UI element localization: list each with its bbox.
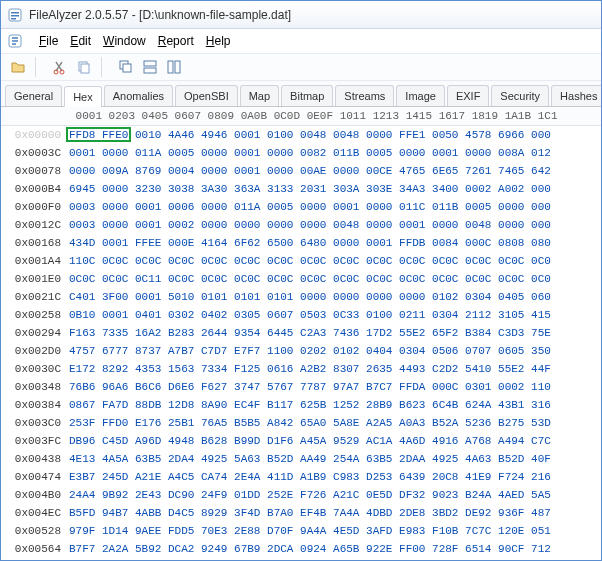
- hex-offset: 0x00258: [1, 306, 69, 324]
- hex-row[interactable]: 0x00474E3B7 245D A21E A4C5 CA74 2E4A 411…: [1, 468, 601, 486]
- hex-offset: 0x00000: [1, 126, 69, 144]
- hex-row[interactable]: 0x001E00C0C 0C0C 0C11 0C0C 0C0C 0C0C 0C0…: [1, 270, 601, 288]
- hex-row[interactable]: 0x000B46945 0000 3230 3038 3A30 363A 313…: [1, 180, 601, 198]
- hex-row[interactable]: 0x00000FFD8 FFE0 0010 4A46 4946 0001 010…: [1, 126, 601, 144]
- hex-offset: 0x00564: [1, 540, 69, 558]
- hex-bytes: E3B7 245D A21E A4C5 CA74 2E4A 411D A1B9 …: [69, 468, 601, 486]
- hex-bytes: 0003 0000 0001 0002 0000 0000 0000 0000 …: [69, 216, 601, 234]
- hex-offset: 0x002D0: [1, 342, 69, 360]
- open-button[interactable]: [7, 56, 29, 78]
- hex-bytes: 4E13 4A5A 63B5 2DA4 4925 5A63 B52D AA49 …: [69, 450, 601, 468]
- hex-bytes: 24A4 9B92 2E43 DC90 24F9 01DD 252E F726 …: [69, 486, 601, 504]
- app-icon: [7, 7, 23, 23]
- hex-bytes: C401 3F00 0001 5010 0101 0101 0101 0000 …: [69, 288, 601, 306]
- hex-row[interactable]: 0x000780000 009A 8769 0004 0000 0001 000…: [1, 162, 601, 180]
- hex-row[interactable]: 0x0030CE172 8292 4353 1563 7334 F125 061…: [1, 360, 601, 378]
- hex-offset: 0x000B4: [1, 180, 69, 198]
- hex-view[interactable]: 0x00000 0001 0203 0405 0607 0809 0A0B 0C…: [1, 107, 601, 560]
- hex-bytes: 434D 0001 FFEE 000E 4164 6F62 6500 6480 …: [69, 234, 601, 252]
- hex-offset: 0x00348: [1, 378, 69, 396]
- menu-item-file[interactable]: File: [33, 32, 64, 50]
- hex-row[interactable]: 0x00564B7F7 2A2A 5B92 DCA2 9249 67B9 2DC…: [1, 540, 601, 558]
- hex-row[interactable]: 0x0012C0003 0000 0001 0002 0000 0000 000…: [1, 216, 601, 234]
- hex-row[interactable]: 0x002D04757 6777 8737 A7B7 C7D7 E7F7 110…: [1, 342, 601, 360]
- hex-offset: 0x00294: [1, 324, 69, 342]
- tab-security[interactable]: Security: [491, 85, 549, 106]
- menu-icon: [7, 33, 23, 49]
- hex-row[interactable]: 0x002580B10 0001 0401 0302 0402 0305 060…: [1, 306, 601, 324]
- hex-header-bytes: 0001 0203 0405 0607 0809 0A0B 0C0D 0E0F …: [69, 107, 601, 125]
- tab-hashes[interactable]: Hashes: [551, 85, 602, 106]
- hex-offset: 0x004EC: [1, 504, 69, 522]
- svg-rect-13: [168, 61, 173, 73]
- hex-offset: 0x00078: [1, 162, 69, 180]
- hex-offset: 0x00438: [1, 450, 69, 468]
- menu-item-edit[interactable]: Edit: [64, 32, 97, 50]
- cascade-windows-button[interactable]: [115, 56, 137, 78]
- hex-offset: 0x0003C: [1, 144, 69, 162]
- svg-rect-14: [175, 61, 180, 73]
- tab-hex[interactable]: Hex: [64, 86, 102, 107]
- hex-bytes: 979F 1D14 9AEE FDD5 70E3 2E88 D70F 9A4A …: [69, 522, 601, 540]
- hex-bytes: 0C0C 0C0C 0C11 0C0C 0C0C 0C0C 0C0C 0C0C …: [69, 270, 601, 288]
- hex-offset: 0x000F0: [1, 198, 69, 216]
- hex-header-row: 0x00000 0001 0203 0405 0607 0809 0A0B 0C…: [1, 107, 601, 126]
- hex-bytes: 253F FFD0 E176 25B1 76A5 B5B5 A842 65A0 …: [69, 414, 601, 432]
- tile-vertical-button[interactable]: [163, 56, 185, 78]
- menu-item-help[interactable]: Help: [200, 32, 237, 50]
- tab-anomalies[interactable]: Anomalies: [104, 85, 173, 106]
- hex-bytes: 0B10 0001 0401 0302 0402 0305 0607 0503 …: [69, 306, 601, 324]
- tab-general[interactable]: General: [5, 85, 62, 106]
- hex-offset: 0x001A4: [1, 252, 69, 270]
- menu-item-window[interactable]: Window: [97, 32, 152, 50]
- hex-offset: 0x0012C: [1, 216, 69, 234]
- hex-row[interactable]: 0x0005A0E6B2 2A7F FFD9 FFE2 0C58 4943 43…: [1, 558, 601, 560]
- tab-streams[interactable]: Streams: [335, 85, 394, 106]
- hex-bytes: 4757 6777 8737 A7B7 C7D7 E7F7 1100 0202 …: [69, 342, 601, 360]
- toolbar-separator: [35, 57, 43, 77]
- hex-row[interactable]: 0x001A4110C 0C0C 0C0C 0C0C 0C0C 0C0C 0C0…: [1, 252, 601, 270]
- cut-button[interactable]: [49, 56, 71, 78]
- hex-row[interactable]: 0x003FCDB96 C45D A96D 4948 B628 B99D D1F…: [1, 432, 601, 450]
- hex-offset: 0x0005A0: [1, 558, 69, 560]
- tab-bitmap[interactable]: Bitmap: [281, 85, 333, 106]
- hex-bytes: E172 8292 4353 1563 7334 F125 0616 A2B2 …: [69, 360, 601, 378]
- menu-item-report[interactable]: Report: [152, 32, 200, 50]
- svg-rect-1: [11, 12, 19, 14]
- hex-row[interactable]: 0x0021CC401 3F00 0001 5010 0101 0101 010…: [1, 288, 601, 306]
- hex-offset: 0x004B0: [1, 486, 69, 504]
- hex-bytes: FFD8 FFE0 0010 4A46 4946 0001 0100 0048 …: [69, 126, 601, 144]
- copy-button[interactable]: [73, 56, 95, 78]
- hex-bytes: 6945 0000 3230 3038 3A30 363A 3133 2031 …: [69, 180, 601, 198]
- tab-bar: GeneralHexAnomaliesOpenSBIMapBitmapStrea…: [1, 81, 601, 107]
- hex-row[interactable]: 0x004B024A4 9B92 2E43 DC90 24F9 01DD 252…: [1, 486, 601, 504]
- tab-opensbi[interactable]: OpenSBI: [175, 85, 238, 106]
- hex-row[interactable]: 0x003C0253F FFD0 E176 25B1 76A5 B5B5 A84…: [1, 414, 601, 432]
- hex-bytes: 0000 009A 8769 0004 0000 0001 0000 00AE …: [69, 162, 601, 180]
- tab-image[interactable]: Image: [396, 85, 445, 106]
- hex-bytes: DB96 C45D A96D 4948 B628 B99D D1F6 A45A …: [69, 432, 601, 450]
- hex-offset: 0x003C0: [1, 414, 69, 432]
- hex-row[interactable]: 0x00528979F 1D14 9AEE FDD5 70E3 2E88 D70…: [1, 522, 601, 540]
- hex-bytes: E6B2 2A7F FFD9 FFE2 0C58 4943 435F 5052 …: [69, 558, 601, 560]
- tile-horizontal-button[interactable]: [139, 56, 161, 78]
- hex-offset: 0x00168: [1, 234, 69, 252]
- svg-rect-8: [81, 64, 89, 73]
- svg-rect-11: [144, 61, 156, 66]
- hex-row[interactable]: 0x003840867 FA7D 88DB 12D8 8A90 EC4F B11…: [1, 396, 601, 414]
- tab-map[interactable]: Map: [240, 85, 279, 106]
- window-title: FileAlyzer 2.0.5.57 - [D:\unknown-file-s…: [29, 8, 291, 22]
- hex-offset: 0x0030C: [1, 360, 69, 378]
- tab-exif[interactable]: EXIF: [447, 85, 489, 106]
- hex-offset: 0x0021C: [1, 288, 69, 306]
- hex-row[interactable]: 0x00168434D 0001 FFEE 000E 4164 6F62 650…: [1, 234, 601, 252]
- hex-row[interactable]: 0x000F00003 0000 0001 0006 0000 011A 000…: [1, 198, 601, 216]
- svg-rect-10: [123, 64, 131, 72]
- hex-offset: 0x001E0: [1, 270, 69, 288]
- hex-row[interactable]: 0x0003C0001 0000 011A 0005 0000 0001 000…: [1, 144, 601, 162]
- menu-bar: FileEditWindowReportHelp: [1, 29, 601, 53]
- hex-row[interactable]: 0x0034876B6 96A6 B6C6 D6E6 F627 3747 576…: [1, 378, 601, 396]
- hex-row[interactable]: 0x004ECB5FD 94B7 4ABB D4C5 8929 3F4D B7A…: [1, 504, 601, 522]
- hex-row[interactable]: 0x00294F163 7335 16A2 B283 2644 9354 644…: [1, 324, 601, 342]
- hex-row[interactable]: 0x004384E13 4A5A 63B5 2DA4 4925 5A63 B52…: [1, 450, 601, 468]
